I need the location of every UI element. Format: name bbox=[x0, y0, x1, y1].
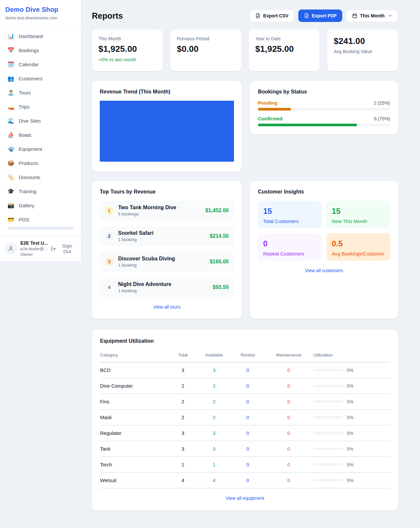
table-row: Mask 2 2 0 0 0% bbox=[100, 410, 390, 425]
sidebar-item-label: Customers bbox=[19, 76, 43, 81]
sidebar-item-customers[interactable]: 👥Customers bbox=[4, 71, 77, 86]
table-row: BCD 3 3 0 0 0% bbox=[100, 362, 390, 378]
camera-icon: 📸 bbox=[7, 202, 14, 209]
utilization-bar-track bbox=[313, 400, 343, 403]
export-pdf-button[interactable]: Export PDF bbox=[298, 10, 342, 22]
sidebar-item-dashboard[interactable]: 📊Dashboard bbox=[4, 29, 77, 43]
tour-amount: $214.50 bbox=[210, 233, 229, 239]
tour-row[interactable]: 1 Two Tank Morning Dive5 bookings $1,452… bbox=[100, 201, 234, 220]
equipment-category: Regulator bbox=[100, 430, 169, 436]
col-maintenance: Maintenance bbox=[264, 353, 313, 357]
utilization-bar-track bbox=[313, 479, 343, 481]
tile-label: Repeat Customers bbox=[263, 251, 316, 256]
utilization-bar-track bbox=[313, 385, 343, 387]
sidebar-item-label: Dashboard bbox=[19, 33, 43, 39]
tile-number: 0.5 bbox=[332, 239, 385, 248]
equipment-maintenance: 0 bbox=[264, 430, 313, 436]
equipment-total: 3 bbox=[169, 430, 197, 436]
sidebar-item-boats[interactable]: ⛵Boats bbox=[4, 128, 77, 142]
sidebar-item-pos[interactable]: 💳POS bbox=[4, 213, 77, 227]
period-dropdown[interactable]: This Month bbox=[346, 10, 398, 22]
sidebar-item-products[interactable]: 📦Products bbox=[4, 156, 77, 170]
sidebar-item-calendar[interactable]: 🗓️Calendar bbox=[4, 57, 77, 71]
sidebar-item-reports-partial[interactable] bbox=[7, 227, 74, 230]
top-tours-title: Top Tours by Revenue bbox=[100, 189, 234, 195]
equipment-available: 3 bbox=[197, 446, 231, 452]
export-csv-button[interactable]: Export CSV bbox=[250, 10, 294, 22]
equipment-rented: 0 bbox=[231, 399, 264, 404]
insight-tiles: 15 Total Customers 15 New This Month 0 R… bbox=[258, 201, 390, 261]
utilization-bar-track bbox=[313, 463, 343, 466]
sidebar-item-equipment[interactable]: 🤿Equipment bbox=[4, 142, 77, 156]
col-category: Category bbox=[100, 353, 169, 357]
equipment-available: 2 bbox=[197, 383, 231, 389]
equipment-category: Dive Computer bbox=[100, 383, 169, 389]
tile-repeat-customers: 0 Repeat Customers bbox=[258, 233, 322, 261]
col-utilization: Utilization bbox=[313, 353, 390, 357]
brand-domain: demo.test.divestreams.com bbox=[5, 15, 76, 20]
equipment-rented: 0 bbox=[231, 477, 264, 483]
status-bar-track bbox=[258, 108, 390, 111]
equipment-rented: 0 bbox=[231, 367, 264, 373]
equipment-total: 2 bbox=[169, 383, 197, 389]
main-content: Reports Export CSV Export PDF This Month bbox=[81, 0, 420, 511]
tile-number: 15 bbox=[332, 207, 385, 216]
revenue-trend-chart bbox=[100, 101, 234, 162]
equipment-table: Category Total Available Rented Maintena… bbox=[100, 351, 390, 488]
user-role: Owner bbox=[20, 252, 47, 257]
stat-card-year-to-date: Year to Date $1,925.00 bbox=[249, 30, 320, 71]
view-all-customers-link[interactable]: View all customers bbox=[258, 268, 390, 273]
sidebar-item-trips[interactable]: 🚤Trips bbox=[4, 100, 77, 114]
wave-icon: 🌊 bbox=[7, 117, 14, 124]
stat-label: Avg Booking Value bbox=[334, 49, 391, 54]
sidebar-item-bookings[interactable]: 📅Bookings bbox=[4, 43, 77, 57]
equipment-maintenance: 0 bbox=[264, 462, 313, 467]
tour-row[interactable]: 4 Night Dive Adventure1 booking $93.50 bbox=[100, 277, 234, 297]
rank-badge: 1 bbox=[105, 206, 114, 215]
sidebar-item-label: Dive Sites bbox=[19, 118, 41, 124]
view-all-equipment-link[interactable]: View all equipment bbox=[100, 496, 390, 501]
sidebar-item-training[interactable]: 🎓Training bbox=[4, 184, 77, 198]
status-label: Confirmed bbox=[258, 116, 283, 121]
equipment-rented: 0 bbox=[231, 462, 264, 467]
equipment-total: 4 bbox=[169, 477, 197, 483]
sidebar-item-gallery[interactable]: 📸Gallery bbox=[4, 198, 77, 213]
sign-out-button[interactable]: Sign Out bbox=[51, 243, 76, 254]
equipment-table-header: Category Total Available Rented Maintena… bbox=[100, 351, 390, 362]
sidebar: Demo Dive Shop demo.test.divestreams.com… bbox=[0, 0, 81, 262]
sidebar-item-label: Trips bbox=[19, 104, 30, 110]
sidebar-item-dive-sites[interactable]: 🌊Dive Sites bbox=[4, 114, 77, 128]
stat-delta: +0% vs last month bbox=[98, 57, 156, 62]
equipment-category: BCD bbox=[100, 367, 169, 373]
equipment-maintenance: 0 bbox=[264, 367, 313, 373]
tour-amount: $165.00 bbox=[210, 259, 229, 265]
tour-row[interactable]: 3 Discover Scuba Diving1 booking $165.00 bbox=[100, 252, 234, 272]
tour-bookings-count: 1 booking bbox=[118, 288, 171, 293]
equipment-category: Tank bbox=[100, 446, 169, 452]
calendar-icon bbox=[352, 13, 357, 18]
equipment-category: Torch bbox=[100, 462, 169, 467]
equipment-rented: 0 bbox=[231, 446, 264, 452]
stat-value: $1,925.00 bbox=[98, 44, 156, 54]
tours-island-icon: 🏝️ bbox=[7, 89, 14, 96]
sidebar-item-discounts[interactable]: 🏷️Discounts bbox=[4, 170, 77, 184]
tour-bookings-count: 5 bookings bbox=[118, 212, 176, 216]
header-actions: Export CSV Export PDF This Month bbox=[250, 10, 398, 22]
bookings-by-status-card: Bookings by Status Pending 2 (25%) Confi… bbox=[250, 81, 398, 134]
table-row: Fins 2 2 0 0 0% bbox=[100, 394, 390, 410]
stat-card-previous-period: Previous Period $0.00 bbox=[170, 30, 241, 71]
sidebar-item-label: Equipment bbox=[19, 146, 42, 152]
top-tours-card: Top Tours by Revenue 1 Two Tank Morning … bbox=[92, 181, 242, 319]
tour-row[interactable]: 2 Snorkel Safari1 booking $214.50 bbox=[100, 226, 234, 246]
sidebar-item-label: POS bbox=[19, 217, 29, 222]
file-download-icon bbox=[255, 13, 261, 18]
table-row: Wetsuit 4 4 0 0 0% bbox=[100, 473, 390, 488]
package-icon: 📦 bbox=[7, 160, 14, 167]
utilization-percent: 0% bbox=[347, 431, 353, 436]
sidebar-item-tours[interactable]: 🏝️Tours bbox=[4, 86, 77, 100]
view-all-tours-link[interactable]: View all tours bbox=[100, 304, 234, 310]
tour-name: Night Dive Adventure bbox=[118, 281, 171, 287]
sidebar-item-label: Gallery bbox=[19, 203, 34, 208]
tile-new-this-month: 15 New This Month bbox=[326, 201, 390, 228]
diving-mask-icon: 🤿 bbox=[7, 146, 14, 152]
